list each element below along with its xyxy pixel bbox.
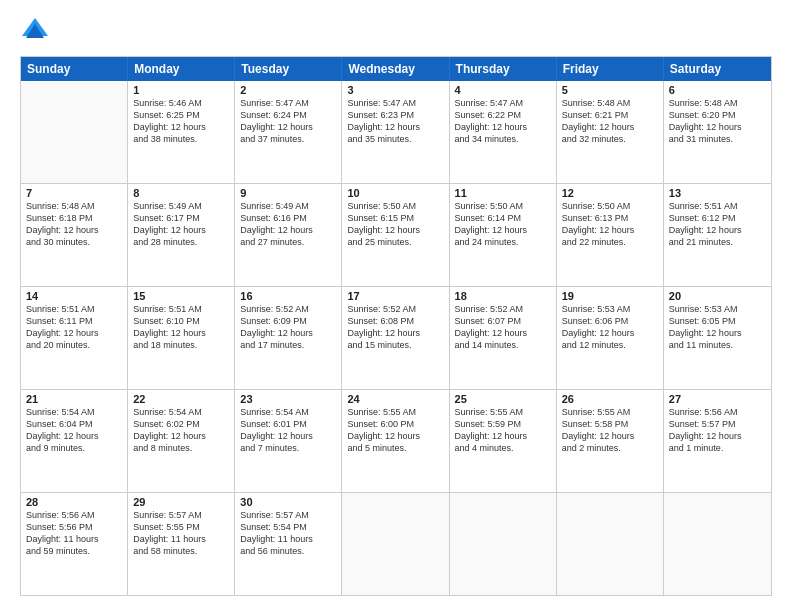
calendar-cell — [342, 493, 449, 595]
day-number: 5 — [562, 84, 658, 96]
day-info: Sunrise: 5:52 AMSunset: 6:07 PMDaylight:… — [455, 303, 551, 352]
logo — [20, 16, 54, 46]
header — [20, 16, 772, 46]
calendar-cell: 9Sunrise: 5:49 AMSunset: 6:16 PMDaylight… — [235, 184, 342, 286]
day-number: 11 — [455, 187, 551, 199]
day-number: 24 — [347, 393, 443, 405]
day-info: Sunrise: 5:51 AMSunset: 6:11 PMDaylight:… — [26, 303, 122, 352]
day-info: Sunrise: 5:48 AMSunset: 6:20 PMDaylight:… — [669, 97, 766, 146]
day-info: Sunrise: 5:47 AMSunset: 6:24 PMDaylight:… — [240, 97, 336, 146]
day-number: 13 — [669, 187, 766, 199]
day-info: Sunrise: 5:55 AMSunset: 5:58 PMDaylight:… — [562, 406, 658, 455]
day-number: 26 — [562, 393, 658, 405]
day-number: 7 — [26, 187, 122, 199]
day-info: Sunrise: 5:46 AMSunset: 6:25 PMDaylight:… — [133, 97, 229, 146]
day-number: 28 — [26, 496, 122, 508]
calendar-cell: 27Sunrise: 5:56 AMSunset: 5:57 PMDayligh… — [664, 390, 771, 492]
calendar: SundayMondayTuesdayWednesdayThursdayFrid… — [20, 56, 772, 596]
day-info: Sunrise: 5:48 AMSunset: 6:18 PMDaylight:… — [26, 200, 122, 249]
day-info: Sunrise: 5:57 AMSunset: 5:54 PMDaylight:… — [240, 509, 336, 558]
day-number: 29 — [133, 496, 229, 508]
day-info: Sunrise: 5:56 AMSunset: 5:57 PMDaylight:… — [669, 406, 766, 455]
calendar-cell: 20Sunrise: 5:53 AMSunset: 6:05 PMDayligh… — [664, 287, 771, 389]
day-info: Sunrise: 5:53 AMSunset: 6:06 PMDaylight:… — [562, 303, 658, 352]
calendar-cell: 12Sunrise: 5:50 AMSunset: 6:13 PMDayligh… — [557, 184, 664, 286]
calendar-cell: 6Sunrise: 5:48 AMSunset: 6:20 PMDaylight… — [664, 81, 771, 183]
day-info: Sunrise: 5:52 AMSunset: 6:09 PMDaylight:… — [240, 303, 336, 352]
day-info: Sunrise: 5:55 AMSunset: 5:59 PMDaylight:… — [455, 406, 551, 455]
day-info: Sunrise: 5:55 AMSunset: 6:00 PMDaylight:… — [347, 406, 443, 455]
day-info: Sunrise: 5:57 AMSunset: 5:55 PMDaylight:… — [133, 509, 229, 558]
calendar-cell: 19Sunrise: 5:53 AMSunset: 6:06 PMDayligh… — [557, 287, 664, 389]
day-info: Sunrise: 5:53 AMSunset: 6:05 PMDaylight:… — [669, 303, 766, 352]
day-number: 10 — [347, 187, 443, 199]
calendar-cell: 10Sunrise: 5:50 AMSunset: 6:15 PMDayligh… — [342, 184, 449, 286]
calendar-cell — [21, 81, 128, 183]
day-number: 17 — [347, 290, 443, 302]
calendar-week-3: 14Sunrise: 5:51 AMSunset: 6:11 PMDayligh… — [21, 286, 771, 389]
day-info: Sunrise: 5:50 AMSunset: 6:14 PMDaylight:… — [455, 200, 551, 249]
calendar-body: 1Sunrise: 5:46 AMSunset: 6:25 PMDaylight… — [21, 81, 771, 595]
calendar-cell: 26Sunrise: 5:55 AMSunset: 5:58 PMDayligh… — [557, 390, 664, 492]
day-info: Sunrise: 5:49 AMSunset: 6:17 PMDaylight:… — [133, 200, 229, 249]
calendar-week-2: 7Sunrise: 5:48 AMSunset: 6:18 PMDaylight… — [21, 183, 771, 286]
calendar-cell: 30Sunrise: 5:57 AMSunset: 5:54 PMDayligh… — [235, 493, 342, 595]
calendar-cell: 13Sunrise: 5:51 AMSunset: 6:12 PMDayligh… — [664, 184, 771, 286]
header-day-sunday: Sunday — [21, 57, 128, 81]
calendar-cell — [557, 493, 664, 595]
day-number: 9 — [240, 187, 336, 199]
calendar-cell: 23Sunrise: 5:54 AMSunset: 6:01 PMDayligh… — [235, 390, 342, 492]
calendar-cell: 7Sunrise: 5:48 AMSunset: 6:18 PMDaylight… — [21, 184, 128, 286]
calendar-cell: 3Sunrise: 5:47 AMSunset: 6:23 PMDaylight… — [342, 81, 449, 183]
logo-icon — [20, 16, 50, 46]
calendar-header: SundayMondayTuesdayWednesdayThursdayFrid… — [21, 57, 771, 81]
day-number: 20 — [669, 290, 766, 302]
day-info: Sunrise: 5:54 AMSunset: 6:02 PMDaylight:… — [133, 406, 229, 455]
calendar-cell: 28Sunrise: 5:56 AMSunset: 5:56 PMDayligh… — [21, 493, 128, 595]
day-info: Sunrise: 5:51 AMSunset: 6:12 PMDaylight:… — [669, 200, 766, 249]
page: SundayMondayTuesdayWednesdayThursdayFrid… — [0, 0, 792, 612]
header-day-wednesday: Wednesday — [342, 57, 449, 81]
day-info: Sunrise: 5:56 AMSunset: 5:56 PMDaylight:… — [26, 509, 122, 558]
calendar-cell — [664, 493, 771, 595]
day-number: 3 — [347, 84, 443, 96]
day-info: Sunrise: 5:47 AMSunset: 6:23 PMDaylight:… — [347, 97, 443, 146]
calendar-cell: 18Sunrise: 5:52 AMSunset: 6:07 PMDayligh… — [450, 287, 557, 389]
calendar-cell: 17Sunrise: 5:52 AMSunset: 6:08 PMDayligh… — [342, 287, 449, 389]
header-day-tuesday: Tuesday — [235, 57, 342, 81]
header-day-thursday: Thursday — [450, 57, 557, 81]
header-day-friday: Friday — [557, 57, 664, 81]
calendar-cell: 2Sunrise: 5:47 AMSunset: 6:24 PMDaylight… — [235, 81, 342, 183]
day-info: Sunrise: 5:48 AMSunset: 6:21 PMDaylight:… — [562, 97, 658, 146]
day-info: Sunrise: 5:49 AMSunset: 6:16 PMDaylight:… — [240, 200, 336, 249]
day-number: 8 — [133, 187, 229, 199]
calendar-cell: 22Sunrise: 5:54 AMSunset: 6:02 PMDayligh… — [128, 390, 235, 492]
calendar-week-5: 28Sunrise: 5:56 AMSunset: 5:56 PMDayligh… — [21, 492, 771, 595]
day-number: 6 — [669, 84, 766, 96]
calendar-cell: 24Sunrise: 5:55 AMSunset: 6:00 PMDayligh… — [342, 390, 449, 492]
calendar-cell — [450, 493, 557, 595]
day-info: Sunrise: 5:47 AMSunset: 6:22 PMDaylight:… — [455, 97, 551, 146]
day-number: 14 — [26, 290, 122, 302]
day-number: 27 — [669, 393, 766, 405]
header-day-monday: Monday — [128, 57, 235, 81]
day-number: 19 — [562, 290, 658, 302]
calendar-cell: 5Sunrise: 5:48 AMSunset: 6:21 PMDaylight… — [557, 81, 664, 183]
calendar-cell: 11Sunrise: 5:50 AMSunset: 6:14 PMDayligh… — [450, 184, 557, 286]
day-number: 16 — [240, 290, 336, 302]
day-info: Sunrise: 5:50 AMSunset: 6:15 PMDaylight:… — [347, 200, 443, 249]
day-number: 4 — [455, 84, 551, 96]
day-number: 18 — [455, 290, 551, 302]
calendar-week-4: 21Sunrise: 5:54 AMSunset: 6:04 PMDayligh… — [21, 389, 771, 492]
day-info: Sunrise: 5:54 AMSunset: 6:04 PMDaylight:… — [26, 406, 122, 455]
day-number: 12 — [562, 187, 658, 199]
day-number: 22 — [133, 393, 229, 405]
calendar-cell: 21Sunrise: 5:54 AMSunset: 6:04 PMDayligh… — [21, 390, 128, 492]
day-info: Sunrise: 5:54 AMSunset: 6:01 PMDaylight:… — [240, 406, 336, 455]
day-number: 1 — [133, 84, 229, 96]
day-info: Sunrise: 5:51 AMSunset: 6:10 PMDaylight:… — [133, 303, 229, 352]
calendar-cell: 1Sunrise: 5:46 AMSunset: 6:25 PMDaylight… — [128, 81, 235, 183]
day-number: 15 — [133, 290, 229, 302]
calendar-week-1: 1Sunrise: 5:46 AMSunset: 6:25 PMDaylight… — [21, 81, 771, 183]
day-info: Sunrise: 5:52 AMSunset: 6:08 PMDaylight:… — [347, 303, 443, 352]
